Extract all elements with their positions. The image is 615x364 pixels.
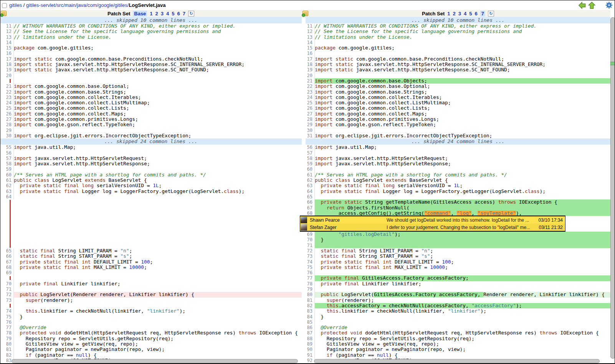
patchset-link-7[interactable]: 7 [183,11,185,16]
line-number[interactable]: 64 [0,194,13,199]
patchset-link-4[interactable]: 4 [166,11,169,16]
code-row[interactable]: 56import java.util.Map; [306,145,610,150]
code-row[interactable]: 83 this.linkifier = checkNotNull(linkifi… [306,308,610,314]
code-row[interactable]: 16 [306,51,610,56]
code-row[interactable]: 64 [0,194,302,199]
code-row[interactable]: 76 [0,320,302,325]
code-row[interactable]: 79 [306,287,610,292]
line-number[interactable]: 21 [306,78,314,84]
code-row[interactable]: 78 protected void doGetHtml(HttpServletR… [0,330,302,336]
line-number[interactable]: 25 [306,100,314,105]
download-patch-icon-right[interactable]: ↻ [488,11,494,16]
code-row[interactable]: 77 private final GitilesAccess.Factory a… [306,275,610,281]
code-row[interactable]: 11// WITHOUT WARRANTIES OR CONDITIONS OF… [0,23,302,29]
code-row[interactable]: 30import org.eclipse.jgit.errors.Incorre… [0,133,302,138]
line-number[interactable]: 15 [306,45,314,51]
code-row[interactable]: 90 Paginator paginator = newPaginator(re… [306,347,610,352]
line-number[interactable]: 86 [306,325,314,330]
code-row[interactable]: 60/** Serves an HTML page with a shortlo… [0,172,302,178]
line-number[interactable]: 73 [306,254,314,259]
code-row[interactable]: 75 } [0,314,302,320]
line-number[interactable]: 71 [306,243,314,248]
line-number[interactable]: 26 [0,111,13,117]
line-number[interactable]: 82 [0,352,13,358]
code-row[interactable]: 65 [306,194,610,199]
code-row[interactable]: 21import com.google.common.base.Objects; [306,78,610,84]
line-number[interactable]: 68 [306,211,314,216]
patchset-base-selected[interactable]: Base [133,11,147,16]
code-row[interactable]: 11// WITHOUT WARRANTIES OR CONDITIONS OF… [306,23,610,29]
code-row[interactable]: 24import com.google.common.collect.Itera… [306,95,610,100]
code-row[interactable]: 15package com.google.gitiles; [306,45,610,51]
code-row[interactable]: 63 private static final long serialVersi… [306,183,610,188]
line-number[interactable]: 65 [306,194,314,199]
code-row[interactable]: 13// limitations under the License. [0,35,302,40]
line-number[interactable]: 74 [306,259,314,265]
code-row[interactable]: 59import javax.servlet.http.HttpServletR… [306,161,610,166]
line-number[interactable]: 22 [306,84,314,89]
code-row[interactable]: 65 static final String LIMIT_PARAM = "n"… [0,248,302,254]
line-number[interactable]: 81 [306,298,314,303]
code-row[interactable]: 27import com.google.common.primitives.Lo… [0,117,302,122]
patchset-link-6[interactable]: 6 [177,11,180,16]
line-number[interactable]: 17 [306,56,314,62]
line-number[interactable]: 91 [306,352,314,358]
line-number[interactable]: 67 [306,205,314,211]
line-number[interactable]: 17 [0,56,13,62]
code-row[interactable]: 57import javax.servlet.http.HttpServletR… [0,156,302,161]
line-number[interactable]: 56 [0,150,13,156]
line-number[interactable]: 26 [306,105,314,111]
code-row[interactable]: 82 if (paginator == null) { [0,352,302,358]
file-reviewed-checkbox[interactable] [2,3,7,8]
code-row[interactable]: 18import static javax.servlet.http.HttpS… [0,62,302,67]
line-number[interactable]: 70 [306,237,314,242]
code-row[interactable]: 62 private static final long serialVersi… [0,183,302,188]
code-row[interactable]: 22import com.google.common.base.Optional… [306,84,610,89]
code-row[interactable]: 17import static com.google.common.base.P… [0,56,302,62]
code-row[interactable]: 61/** Serves an HTML page with a shortlo… [306,172,610,178]
code-row[interactable]: 82 this.accessFactory = checkNotNull(acc… [306,303,610,308]
line-number[interactable]: 12 [0,29,13,34]
line-number[interactable]: 18 [0,62,13,67]
line-number[interactable]: 59 [306,161,314,166]
line-number[interactable]: 73 [0,298,13,303]
code-row[interactable]: 13// limitations under the License. [306,35,610,40]
code-row[interactable]: 27import com.google.common.collect.Maps; [306,111,610,117]
code-row[interactable]: 88 Repository repo = ServletUtils.getRep… [306,336,610,341]
line-number[interactable]: 31 [306,133,314,138]
code-row[interactable]: 71 [0,287,302,292]
code-row[interactable]: 72 static final String LIMIT_PARAM = "n"… [306,248,610,254]
code-row[interactable]: 25import com.google.common.collect.Lists… [0,105,302,111]
line-number[interactable]: 27 [306,111,314,117]
up-to-change-icon[interactable] [588,2,596,8]
code-row[interactable]: 62public class LogServlet extends BaseSe… [306,178,610,183]
code-row[interactable]: 74 private static final int DEFAULT_LIMI… [306,259,610,265]
skipped-lines-banner[interactable]: ... skipped 10 common lines ... [306,17,610,23]
line-number[interactable]: 11 [306,23,314,29]
code-row[interactable]: 91 if (paginator == null) { [306,352,610,358]
code-row[interactable]: 69 "gitiles.logDetail"); [306,232,610,237]
code-row[interactable]: 19import static javax.servlet.http.HttpS… [0,67,302,72]
code-row[interactable]: 28import com.google.common.primitives.Lo… [306,117,610,122]
line-number[interactable]: 60 [0,172,13,178]
code-row[interactable]: 23import com.google.common.base.Strings; [306,89,610,95]
line-number[interactable]: 59 [0,166,13,172]
settings-gear-icon[interactable] [605,2,613,8]
line-number[interactable]: 89 [306,341,314,347]
code-row[interactable]: 74 this.linkifier = checkNotNull(linkifi… [0,308,302,314]
line-number[interactable]: 19 [306,67,314,72]
line-number[interactable]: 14 [306,40,314,45]
code-row[interactable]: 22import com.google.common.base.Strings; [0,89,302,95]
line-number[interactable]: 75 [306,265,314,270]
line-number[interactable]: 63 [0,189,13,194]
code-row[interactable]: 71 [306,243,610,248]
line-number[interactable]: 75 [0,314,13,320]
line-number[interactable]: 12 [306,29,314,34]
line-number[interactable]: 79 [306,287,314,292]
line-number[interactable]: 77 [0,325,13,330]
line-number[interactable]: 61 [306,172,314,178]
line-number[interactable]: 15 [0,45,13,51]
line-number[interactable]: 67 [0,259,13,265]
code-row[interactable]: 70 } [306,237,610,242]
code-row[interactable]: 19import static javax.servlet.http.HttpS… [306,67,610,72]
